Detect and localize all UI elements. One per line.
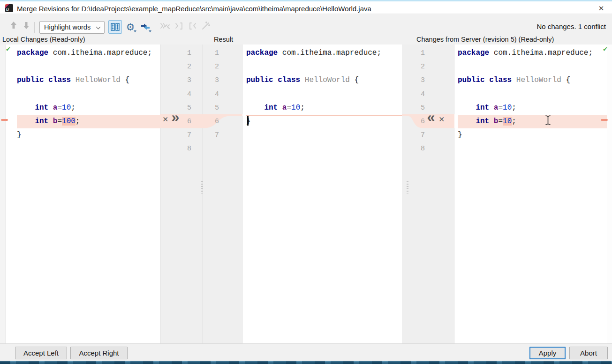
apply-left-non-conflicting-button[interactable] — [174, 21, 184, 33]
line-number: 4 — [421, 88, 454, 101]
line-number: 6 — [421, 115, 454, 128]
code-line: public class HelloWorld { — [458, 74, 607, 87]
intellij-idea-icon: IJ — [5, 4, 13, 12]
line-number: 5 — [215, 101, 242, 115]
merge-revisions-dialog: IJ Merge Revisions for D:\IdeaProjects\e… — [0, 0, 612, 364]
line-number: 1 — [421, 46, 454, 60]
apply-right-change-icon[interactable]: « — [427, 113, 435, 123]
code-line — [17, 60, 160, 74]
left-marker-strip — [0, 45, 6, 343]
code-line: int a=10; — [458, 101, 607, 115]
left-gutter: 12345678 — [160, 45, 203, 343]
line-number: 6 — [215, 115, 242, 128]
side-by-side-viewer-button[interactable] — [108, 20, 122, 34]
side-by-side-viewer-icon — [111, 23, 120, 31]
line-number: 4 — [215, 88, 242, 101]
highlight-mode-dropdown[interactable]: Highlight words — [39, 21, 105, 34]
apply-left-non-conflicting-icon — [174, 21, 184, 31]
line-number: 5 — [421, 101, 454, 115]
right-pane-header: Changes from Server (revision 5) (Read-o… — [416, 36, 554, 43]
local-changes-editor[interactable]: package com.itheima.mapreduce;public cla… — [6, 45, 160, 343]
code-line: } — [458, 128, 607, 142]
line-number: 3 — [215, 74, 242, 87]
chevron-down-icon — [96, 25, 101, 30]
status-summary: No changes. 1 conflict — [536, 22, 606, 30]
line-number: 8 — [421, 142, 454, 156]
ignore-right-change-icon[interactable]: ✕ — [439, 115, 444, 124]
dropdown-triangle-icon — [149, 30, 151, 32]
i-beam-cursor-icon — [545, 115, 551, 128]
dialog-footer: Accept Left Accept Right Apply Abort — [0, 343, 612, 361]
text-caret — [247, 116, 249, 126]
code-line: public class HelloWorld { — [246, 74, 402, 87]
accept-left-button[interactable]: Accept Left — [15, 347, 67, 359]
right-gutter: 12345678 — [402, 45, 454, 343]
magic-resolve-button[interactable] — [201, 21, 211, 33]
settings-button[interactable]: ⚙ — [124, 20, 137, 34]
code-line — [246, 128, 402, 142]
up-arrow-icon — [9, 21, 18, 30]
code-line: int b=100; — [17, 115, 160, 128]
line-number: 7 — [421, 128, 454, 142]
code-line: int a=10; — [246, 101, 402, 115]
center-pane-header: Result — [214, 36, 233, 43]
line-number: 2 — [421, 60, 454, 74]
conflict-edge-marker — [601, 119, 608, 121]
merge-editors: package com.itheima.mapreduce;public cla… — [0, 45, 612, 343]
conflict-edge-marker — [1, 119, 8, 121]
splitter-grip[interactable] — [201, 181, 203, 193]
accept-right-button[interactable]: Accept Right — [70, 347, 128, 359]
apply-right-non-conflicting-icon — [188, 21, 197, 31]
code-line: package com.itheima.mapreduce; — [17, 46, 160, 60]
previous-change-button[interactable] — [9, 21, 18, 32]
ignore-left-change-icon[interactable]: ✕ — [163, 115, 168, 124]
code-line — [458, 88, 607, 101]
server-changes-editor[interactable]: package com.itheima.mapreduce;public cla… — [454, 45, 607, 343]
result-gutter: 1234567 — [203, 45, 242, 343]
result-editor[interactable]: package com.itheima.mapreduce;public cla… — [242, 45, 402, 343]
code-line — [17, 142, 160, 156]
code-line: } — [17, 128, 160, 142]
left-pane-header: Local Changes (Read-only) — [2, 36, 85, 43]
line-number: 7 — [160, 128, 191, 142]
apply-button[interactable]: Apply — [529, 347, 566, 359]
splitter-grip[interactable] — [407, 181, 408, 193]
toolbar-area: Highlight words ⚙ — [0, 14, 612, 45]
window-title: Merge Revisions for D:\IdeaProjects\exam… — [17, 5, 371, 13]
code-line: int a=10; — [17, 101, 160, 115]
apply-left-change-icon[interactable]: » — [171, 113, 180, 123]
line-number: 4 — [160, 88, 191, 101]
apply-all-non-conflicting-button[interactable] — [159, 21, 171, 33]
line-number: 1 — [160, 46, 191, 60]
magic-resolve-icon — [201, 21, 211, 31]
apply-all-non-conflicting-icon — [159, 21, 171, 31]
compare-options-button[interactable] — [139, 20, 152, 34]
code-line — [458, 60, 607, 74]
code-line — [458, 142, 607, 156]
line-number: 7 — [215, 128, 242, 142]
line-number: 8 — [160, 142, 191, 156]
code-line: package com.itheima.mapreduce; — [246, 46, 402, 60]
code-line: int b=10; — [458, 115, 607, 128]
toolbar-separator — [155, 22, 155, 33]
code-line: } — [246, 115, 402, 128]
background-window-strip — [0, 361, 612, 364]
dropdown-triangle-icon — [134, 30, 136, 32]
down-arrow-icon — [22, 21, 30, 30]
line-number: 2 — [160, 60, 191, 74]
apply-right-non-conflicting-button[interactable] — [188, 21, 197, 33]
close-icon[interactable]: ✕ — [596, 3, 606, 14]
check-icon: ✔ — [6, 45, 10, 53]
abort-button[interactable]: Abort — [569, 347, 608, 359]
code-line: package com.itheima.mapreduce; — [458, 46, 607, 60]
line-number: 2 — [215, 60, 242, 74]
check-icon: ✔ — [603, 45, 607, 53]
code-line — [246, 60, 402, 74]
title-bar: IJ Merge Revisions for D:\IdeaProjects\e… — [0, 0, 612, 14]
line-number: 3 — [421, 74, 454, 87]
code-line: public class HelloWorld { — [17, 74, 160, 87]
code-line — [17, 88, 160, 101]
highlight-mode-value: Highlight words — [44, 23, 91, 31]
next-change-button[interactable] — [22, 21, 30, 32]
line-number: 3 — [160, 74, 191, 87]
